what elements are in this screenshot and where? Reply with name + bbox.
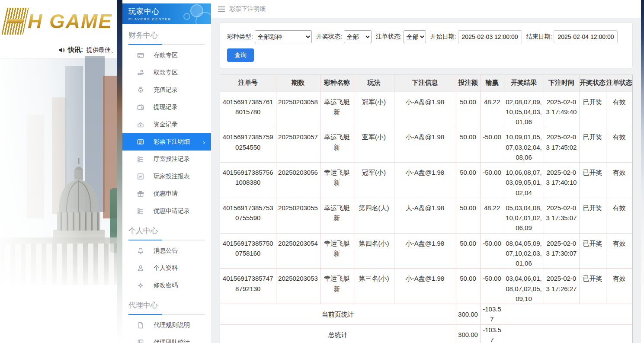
table-row: 40156917385747879213020250203053幸运飞艇新第三名… bbox=[220, 269, 632, 304]
table-cell: 20250203056 bbox=[276, 163, 320, 198]
table-cell: -50.00 bbox=[480, 233, 504, 269]
table-cell: 20250203058 bbox=[276, 92, 320, 127]
money-bag-icon bbox=[137, 87, 144, 93]
table-cell: 第四名(大) bbox=[354, 198, 394, 233]
sidebar-item-label: 个人资料 bbox=[154, 264, 178, 272]
sidebar-item-label: 厅室投注记录 bbox=[154, 155, 190, 163]
summary-row: 总统计300.00-103.57 bbox=[220, 324, 632, 343]
sidebar-item-label: 代理团队统计 bbox=[154, 339, 190, 343]
sidebar-item-label: 充值记录 bbox=[154, 86, 178, 94]
start-date-input[interactable] bbox=[458, 30, 522, 43]
sidebar-header: 玩家中心 PLAYERS CENTER bbox=[122, 3, 211, 24]
table-cell: 401569173857530755590 bbox=[220, 198, 276, 233]
hh-logo-mark-icon bbox=[1, 8, 29, 35]
table-cell: 已开奖 bbox=[579, 163, 606, 198]
sidebar-item-消息公告[interactable]: 消息公告 bbox=[122, 242, 211, 260]
table-cell: 20250203057 bbox=[276, 127, 320, 163]
filter-panel: 彩种类型: 全部彩种 开奖状态: 全部 注单状态: 全部 开始日期: 结束日期:… bbox=[220, 22, 633, 68]
gift-icon bbox=[137, 190, 144, 197]
table-cell: 第三名(小) bbox=[354, 269, 394, 304]
summary-win-total: -103.57 bbox=[480, 324, 504, 343]
table-cell: 有效 bbox=[606, 92, 632, 127]
photo-fade-overlay bbox=[0, 231, 117, 343]
table-cell: 小-A盘@1.98 bbox=[394, 269, 456, 304]
table-cell: 48.22 bbox=[480, 198, 504, 233]
table-cell: 幸运飞艇新 bbox=[320, 198, 354, 233]
city-photo bbox=[0, 58, 117, 343]
hand-coin-icon bbox=[137, 69, 144, 76]
order-status-label: 注单状态: bbox=[376, 33, 402, 41]
sidebar-item-代理规则说明[interactable]: 代理规则说明 bbox=[122, 317, 211, 334]
table-cell: 冠军(小) bbox=[354, 163, 394, 198]
lottery-type-select[interactable]: 全部彩种 bbox=[255, 30, 312, 43]
table-cell: 幸运飞艇新 bbox=[320, 127, 354, 163]
table-cell: 02,08,07,09,10,05,04,03,01,06 bbox=[504, 92, 544, 127]
sidebar-item-彩票下注明细[interactable]: 彩票下注明细› bbox=[122, 133, 211, 151]
sidebar-item-优惠申请[interactable]: 优惠申请 bbox=[122, 185, 211, 202]
sidebar-item-资金记录[interactable]: 资金记录 bbox=[122, 116, 211, 133]
sidebar-item-优惠申请记录[interactable]: 优惠申请记录 bbox=[122, 202, 211, 220]
main-content: 彩票下注明细 彩种类型: 全部彩种 开奖状态: 全部 注单状态: 全部 开始日期… bbox=[211, 0, 641, 343]
background-edge-left bbox=[117, 0, 122, 343]
user-icon bbox=[137, 265, 144, 272]
brand-logo: H GAME bbox=[0, 0, 117, 42]
table-cell: 有效 bbox=[606, 163, 632, 198]
column-header: 开奖结果 bbox=[504, 74, 544, 92]
bank-card-icon bbox=[137, 52, 144, 59]
report-chart-icon bbox=[137, 173, 144, 180]
page-header: 彩票下注明细 bbox=[211, 0, 641, 18]
clipboard-list-icon bbox=[137, 208, 144, 215]
table-cell: 2025-02-03 17:49:40 bbox=[544, 92, 579, 127]
sidebar-item-玩家投注报表[interactable]: 玩家投注报表 bbox=[122, 168, 211, 185]
section-title: 个人中心 bbox=[122, 220, 211, 240]
sidebar-item-label: 彩票下注明细 bbox=[154, 138, 190, 146]
sidebar: 玩家中心 PLAYERS CENTER 财务中心存款专区取款专区充值记录提现记录… bbox=[122, 0, 211, 343]
table-cell: 已开奖 bbox=[579, 127, 606, 163]
background-edge-right bbox=[641, 0, 644, 343]
draw-status-select[interactable]: 全部 bbox=[344, 30, 372, 43]
draw-status-label: 开奖状态: bbox=[316, 33, 342, 41]
table-cell: 小-A盘@1.98 bbox=[394, 163, 456, 198]
table-cell: 冠军(小) bbox=[354, 92, 394, 127]
sidebar-item-label: 优惠申请记录 bbox=[154, 207, 190, 215]
sidebar-item-取款专区[interactable]: 取款专区 bbox=[122, 64, 211, 81]
clipboard-list-icon bbox=[137, 156, 144, 163]
order-status-select[interactable]: 全部 bbox=[404, 30, 426, 43]
table-cell: 小-A盘@1.98 bbox=[394, 92, 456, 127]
sidebar-item-代理团队统计[interactable]: 代理团队统计 bbox=[122, 334, 211, 343]
column-header: 输赢 bbox=[480, 74, 504, 92]
bet-table-body: 40156917385761801578020250203058幸运飞艇新冠军(… bbox=[220, 92, 632, 343]
hamburger-icon[interactable] bbox=[218, 6, 225, 12]
file-icon bbox=[137, 322, 144, 329]
sidebar-item-存款专区[interactable]: 存款专区 bbox=[122, 47, 211, 64]
sidebar-item-修改密码[interactable]: 修改密码 bbox=[122, 277, 211, 294]
sidebar-item-厅室投注记录[interactable]: 厅室投注记录 bbox=[122, 151, 211, 168]
table-cell: 2025-02-03 17:45:02 bbox=[544, 127, 579, 163]
sidebar-item-个人资料[interactable]: 个人资料 bbox=[122, 260, 211, 277]
end-date-input[interactable] bbox=[554, 30, 618, 43]
table-row: 40156917385759025455020250203057幸运飞艇新亚军(… bbox=[220, 127, 632, 163]
summary-label: 总统计 bbox=[220, 324, 456, 343]
table-cell: 大-A盘@1.98 bbox=[394, 198, 456, 233]
table-cell: 已开奖 bbox=[579, 269, 606, 304]
table-cell: 50.00 bbox=[456, 198, 480, 233]
column-header: 彩种名称 bbox=[320, 74, 354, 92]
sidebar-menu: 财务中心存款专区取款专区充值记录提现记录资金记录彩票下注明细›厅室投注记录玩家投… bbox=[122, 24, 211, 343]
page-title: 彩票下注明细 bbox=[229, 5, 266, 13]
summary-row: 当前页统计300.00-103.57 bbox=[220, 304, 632, 325]
table-cell: 50.00 bbox=[456, 163, 480, 198]
table-cell: 幸运飞艇新 bbox=[320, 163, 354, 198]
table-cell: 03,04,06,01,08,07,02,05,09,10 bbox=[504, 269, 544, 304]
table-cell: 2025-02-03 17:30:07 bbox=[544, 233, 579, 269]
table-cell: 有效 bbox=[606, 233, 632, 269]
table-cell: 2025-02-03 17:26:27 bbox=[544, 269, 579, 304]
purse-icon bbox=[137, 121, 144, 128]
sidebar-item-label: 消息公告 bbox=[154, 247, 178, 255]
sidebar-item-label: 存款专区 bbox=[154, 51, 178, 59]
table-cell: 幸运飞艇新 bbox=[320, 92, 354, 127]
news-marquee-text: 提供最佳、 bbox=[87, 46, 117, 54]
search-button[interactable]: 查询 bbox=[227, 48, 254, 62]
chevron-right-icon: › bbox=[203, 138, 205, 146]
sidebar-item-充值记录[interactable]: 充值记录 bbox=[122, 81, 211, 99]
sidebar-item-提现记录[interactable]: 提现记录 bbox=[122, 99, 211, 116]
